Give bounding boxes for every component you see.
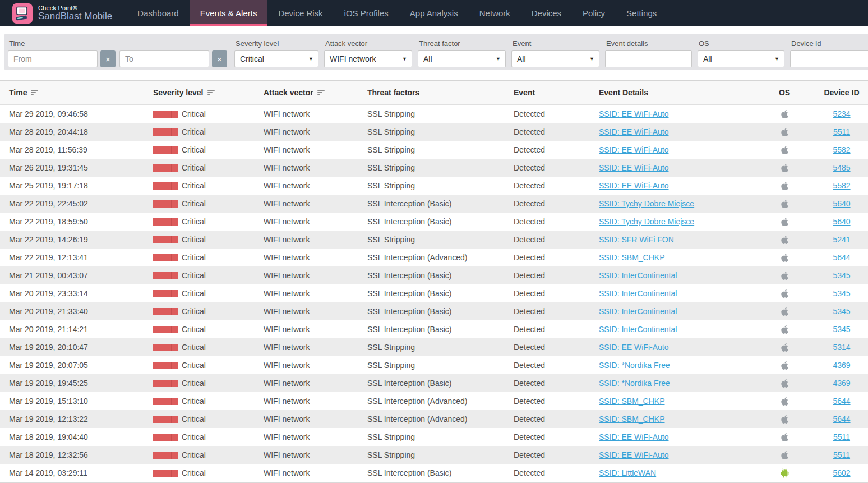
nav-item-device-risk[interactable]: Device Risk bbox=[267, 0, 333, 26]
clear-to-button[interactable]: × bbox=[212, 50, 227, 67]
device-id-link[interactable]: 5644 bbox=[833, 397, 850, 406]
severity-bar-icon bbox=[153, 200, 178, 208]
device-id-link[interactable]: 5345 bbox=[833, 289, 850, 298]
threat-factor-select[interactable]: All ▼ bbox=[418, 50, 506, 67]
cell-device-id: 5582 bbox=[815, 181, 868, 190]
event-details-filter-label: Event details bbox=[606, 39, 692, 48]
device-id-link[interactable]: 5582 bbox=[833, 181, 850, 190]
device-id-link[interactable]: 5602 bbox=[833, 468, 850, 477]
severity-bar-icon bbox=[153, 236, 178, 243]
cell-threat-factor: SSL Interception (Basic) bbox=[358, 289, 505, 298]
event-details-link[interactable]: SSID: InterContinental bbox=[599, 307, 677, 316]
event-details-link[interactable]: SSID: EE WiFi-Auto bbox=[599, 433, 668, 441]
table-header-row: Time Severity level Attack vector Threat… bbox=[0, 80, 868, 105]
severity-bar-icon bbox=[153, 272, 178, 279]
event-details-link[interactable]: SSID: *Nordika Free bbox=[599, 361, 670, 370]
nav-item-app-analysis[interactable]: App Analysis bbox=[399, 0, 469, 26]
cell-attack-vector: WIFI network bbox=[255, 271, 358, 280]
event-details-link[interactable]: SSID: LittleWAN bbox=[599, 468, 656, 477]
event-details-link[interactable]: SSID: InterContinental bbox=[599, 289, 677, 298]
severity-bar-icon bbox=[153, 326, 178, 333]
cell-os bbox=[754, 145, 815, 155]
table-row: Mar 19 2019, 20:10:47CriticalWIFI networ… bbox=[0, 338, 868, 356]
column-header-severity[interactable]: Severity level bbox=[144, 88, 255, 97]
event-details-link[interactable]: SSID: SBM_CHKP bbox=[599, 415, 664, 424]
apple-icon bbox=[781, 450, 789, 460]
table-row: Mar 20 2019, 23:33:14CriticalWIFI networ… bbox=[0, 284, 868, 302]
sort-icon[interactable] bbox=[317, 89, 325, 96]
event-details-link[interactable]: SSID: Tychy Dobre Miejsce bbox=[599, 199, 694, 208]
time-from-input[interactable] bbox=[8, 50, 98, 67]
event-details-link[interactable]: SSID: SFR WiFi FON bbox=[599, 235, 674, 244]
cell-event-details: SSID: LittleWAN bbox=[590, 468, 754, 477]
event-details-link[interactable]: SSID: EE WiFi-Auto bbox=[599, 127, 668, 136]
apple-icon bbox=[781, 325, 789, 334]
severity-bar-icon bbox=[153, 380, 178, 387]
cell-event-details: SSID: EE WiFi-Auto bbox=[590, 181, 754, 190]
nav-item-network[interactable]: Network bbox=[469, 0, 521, 26]
apple-icon bbox=[781, 253, 789, 263]
event-details-link[interactable]: SSID: EE WiFi-Auto bbox=[599, 450, 668, 459]
event-details-link[interactable]: SSID: *Nordika Free bbox=[599, 379, 670, 388]
device-id-link[interactable]: 5640 bbox=[833, 199, 850, 208]
severity-label: Critical bbox=[182, 379, 206, 388]
device-id-link[interactable]: 5345 bbox=[833, 325, 850, 334]
event-details-link[interactable]: SSID: EE WiFi-Auto bbox=[599, 181, 668, 190]
device-id-link[interactable]: 5345 bbox=[833, 271, 850, 280]
sort-icon[interactable] bbox=[207, 89, 215, 96]
cell-severity: Critical bbox=[144, 433, 255, 441]
device-id-link[interactable]: 5314 bbox=[833, 343, 850, 352]
device-id-link[interactable]: 5345 bbox=[833, 307, 850, 316]
cell-event: Detected bbox=[505, 253, 590, 262]
device-id-link[interactable]: 5511 bbox=[833, 450, 850, 459]
event-details-link[interactable]: SSID: EE WiFi-Auto bbox=[599, 145, 668, 154]
cell-os bbox=[754, 217, 815, 227]
event-details-link[interactable]: SSID: Tychy Dobre Miejsce bbox=[599, 217, 694, 226]
event-details-link[interactable]: SSID: EE WiFi-Auto bbox=[599, 163, 668, 172]
column-header-attack-vector[interactable]: Attack vector bbox=[255, 88, 358, 97]
column-header-time[interactable]: Time bbox=[0, 88, 144, 97]
event-details-link[interactable]: SSID: EE WiFi-Auto bbox=[599, 343, 668, 352]
device-id-link[interactable]: 5234 bbox=[833, 109, 850, 118]
severity-label: Critical bbox=[182, 163, 206, 172]
device-id-link[interactable]: 5241 bbox=[833, 235, 850, 244]
cell-threat-factor: SSL Stripping bbox=[358, 235, 505, 244]
nav-item-settings[interactable]: Settings bbox=[616, 0, 667, 26]
event-selected-value: All bbox=[517, 54, 526, 63]
time-to-input[interactable] bbox=[119, 50, 209, 67]
nav-item-policy[interactable]: Policy bbox=[572, 0, 616, 26]
device-id-link[interactable]: 5582 bbox=[833, 145, 850, 154]
event-details-link[interactable]: SSID: SBM_CHKP bbox=[599, 253, 664, 262]
device-id-input[interactable] bbox=[790, 50, 868, 67]
clear-from-button[interactable]: × bbox=[100, 50, 116, 67]
event-details-link[interactable]: SSID: SBM_CHKP bbox=[599, 397, 664, 406]
event-details-input[interactable] bbox=[605, 50, 692, 67]
severity-level-select[interactable]: Critical ▼ bbox=[234, 50, 318, 67]
event-details-link[interactable]: SSID: InterContinental bbox=[599, 271, 677, 280]
device-id-link[interactable]: 5511 bbox=[833, 433, 850, 441]
event-select[interactable]: All ▼ bbox=[511, 50, 599, 67]
device-id-link[interactable]: 4369 bbox=[833, 379, 850, 388]
os-select[interactable]: All ▼ bbox=[698, 50, 784, 67]
device-id-link[interactable]: 5511 bbox=[833, 127, 850, 136]
nav-item-devices[interactable]: Devices bbox=[521, 0, 572, 26]
apple-icon bbox=[781, 415, 789, 424]
nav-item-ios-profiles[interactable]: iOS Profiles bbox=[334, 0, 399, 26]
severity-bar-icon bbox=[153, 308, 178, 315]
sort-icon[interactable] bbox=[31, 89, 38, 96]
table-row: Mar 28 2019, 11:56:39CriticalWIFI networ… bbox=[0, 141, 868, 159]
nav-item-dashboard[interactable]: Dashboard bbox=[127, 0, 189, 26]
device-id-link[interactable]: 5644 bbox=[833, 253, 850, 262]
nav-item-events-alerts[interactable]: Events & Alerts bbox=[190, 0, 268, 26]
cell-event-details: SSID: SBM_CHKP bbox=[590, 253, 754, 262]
device-id-link[interactable]: 5644 bbox=[833, 415, 850, 424]
event-details-link[interactable]: SSID: InterContinental bbox=[599, 325, 677, 334]
device-id-link[interactable]: 5485 bbox=[833, 163, 850, 172]
cell-device-id: 5602 bbox=[815, 468, 868, 477]
event-details-link[interactable]: SSID: EE WiFi-Auto bbox=[599, 109, 668, 118]
device-id-link[interactable]: 5640 bbox=[833, 217, 850, 226]
device-id-link[interactable]: 4369 bbox=[833, 361, 850, 370]
attack-vector-select[interactable]: WIFI network ▼ bbox=[324, 50, 412, 67]
cell-event: Detected bbox=[505, 433, 590, 441]
apple-icon bbox=[781, 433, 789, 442]
